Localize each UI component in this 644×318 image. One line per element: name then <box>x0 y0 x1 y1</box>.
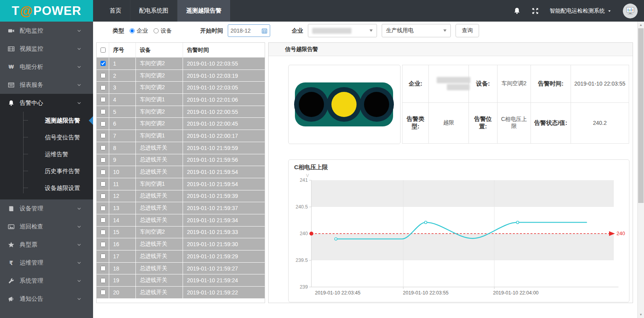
row-time: 2019-01-10 21:59:29 <box>183 250 265 262</box>
table-row[interactable]: 7车间空调12019-01-10 22:00:17 <box>97 130 265 142</box>
table-row[interactable]: 12总进线开关2019-01-10 21:59:39 <box>97 190 265 203</box>
row-checkbox[interactable] <box>101 278 106 283</box>
row-checkbox[interactable] <box>101 194 106 199</box>
system-menu[interactable]: 智能配电运检检测系统 <box>550 7 612 15</box>
sidebar-item[interactable]: 巡回检查 <box>0 217 93 236</box>
table-row[interactable]: 9总进线开关2019-01-10 21:59:56 <box>97 154 265 166</box>
table-row[interactable]: 4车间空调12019-01-10 22:01:06 <box>97 94 265 106</box>
table-row[interactable]: 13总进线开关2019-01-10 21:59:37 <box>97 202 265 214</box>
row-checkbox[interactable] <box>101 266 106 271</box>
table-row[interactable]: 8总进线开关2019-01-10 21:59:59 <box>97 142 265 154</box>
table-row[interactable]: 19总进线开关2019-01-10 21:59:24 <box>97 274 265 287</box>
radio-company[interactable]: 企业 <box>130 27 148 35</box>
light-left-ring <box>294 87 328 122</box>
alarm-info-table: 企业: 设备: 车间空调2 告警时间: 2019-01-10 22:03:55 … <box>402 65 629 144</box>
sidebar-subitem[interactable]: 信号变位告警 <box>0 129 93 146</box>
table-row[interactable]: 10总进线开关2019-01-10 21:59:54 <box>97 166 265 178</box>
sidebar-item[interactable]: 报表服务 <box>0 76 93 94</box>
sidebar-item[interactable]: ₩电能分析 <box>0 58 93 76</box>
svg-text:240.5: 240.5 <box>296 204 308 210</box>
nav-tab[interactable]: 首页 <box>101 0 130 22</box>
sidebar-item[interactable]: 告警中心 <box>0 94 93 112</box>
table-row[interactable]: 6车间空调22019-01-10 22:00:45 <box>97 118 265 130</box>
row-checkbox[interactable] <box>101 254 106 259</box>
type-label: 类型 <box>113 27 124 35</box>
radio-device-input[interactable] <box>154 28 159 33</box>
bell-icon[interactable] <box>513 7 521 15</box>
sidebar-item-label: 通知公告 <box>20 295 77 303</box>
start-time-input[interactable]: 2018-12 <box>228 24 270 37</box>
table-row[interactable]: 3车间空调22019-01-10 22:03:05 <box>97 82 265 94</box>
sidebar-item[interactable]: 设备管理 <box>0 199 93 217</box>
row-no: 13 <box>109 202 136 214</box>
table-row[interactable]: 15车间空调22019-01-10 21:59:33 <box>97 227 265 239</box>
table-row[interactable]: 17总进线开关2019-01-10 21:59:29 <box>97 250 265 263</box>
row-checkbox[interactable] <box>101 73 106 78</box>
table-row[interactable]: 16总进线开关2019-01-10 21:59:30 <box>97 238 265 250</box>
sidebar-item[interactable]: 视频监控 <box>0 40 93 58</box>
row-device: 总进线开关 <box>136 214 183 226</box>
sidebar-subitem[interactable]: 设备越限设置 <box>0 179 93 196</box>
start-time-value: 2018-12 <box>231 27 260 34</box>
megaphone-icon <box>8 296 15 302</box>
line-select[interactable]: 生产线用电 <box>382 24 451 37</box>
sidebar-item-label: 电能分析 <box>20 63 77 71</box>
table-row[interactable]: 1车间空调22019-01-10 22:03:55 <box>97 58 265 70</box>
scrollbar-thumb[interactable] <box>638 28 644 203</box>
row-checkbox[interactable] <box>101 85 106 90</box>
table-row[interactable]: 14总进线开关2019-01-10 21:59:34 <box>97 214 265 227</box>
scroll-up-icon[interactable]: ▲ <box>638 23 644 27</box>
col-header-no: 序号 <box>109 43 136 57</box>
row-checkbox-cell <box>97 106 109 118</box>
sidebar: 配电监控视频监控₩电能分析报表服务告警中心遥测越限告警信号变位告警运维告警历史事… <box>0 22 93 318</box>
row-time: 2019-01-10 21:59:33 <box>183 227 265 238</box>
row-checkbox[interactable] <box>101 61 106 66</box>
radio-device[interactable]: 设备 <box>154 27 172 35</box>
chevron-down-icon <box>77 82 82 88</box>
sidebar-subitem[interactable]: 历史事件告警 <box>0 163 93 179</box>
radio-company-input[interactable] <box>130 28 135 33</box>
company-select[interactable] <box>308 24 377 37</box>
sidebar-item[interactable]: 配电监控 <box>0 22 93 40</box>
col-header-time: 告警时间 <box>183 43 265 57</box>
row-device: 车间空调2 <box>136 106 183 118</box>
scroll-down-icon[interactable]: ▼ <box>638 313 644 316</box>
sidebar-item[interactable]: 典型票 <box>0 236 93 254</box>
sidebar-item[interactable]: 通知公告 <box>0 290 93 308</box>
vertical-scrollbar[interactable]: ▲ ▼ <box>637 22 644 318</box>
select-all-checkbox[interactable] <box>101 48 106 53</box>
calendar-icon <box>262 28 267 34</box>
query-button[interactable]: 查询 <box>456 24 479 37</box>
row-checkbox[interactable] <box>101 97 106 102</box>
table-row[interactable]: 18总进线开关2019-01-10 21:59:27 <box>97 263 265 275</box>
nav-tab[interactable]: 遥测越限告警 <box>177 0 230 22</box>
sidebar-subitem[interactable]: 遥测越限告警 <box>0 112 93 129</box>
fullscreen-icon[interactable] <box>532 7 539 15</box>
sidebar-item[interactable]: 系统管理 <box>0 272 93 290</box>
row-checkbox[interactable] <box>101 181 106 186</box>
sidebar-subitem[interactable]: 运维告警 <box>0 146 93 163</box>
caret-down-icon <box>607 9 612 13</box>
row-checkbox[interactable] <box>101 230 106 235</box>
table-row[interactable]: 20总进线开关2019-01-10 21:59:22 <box>97 287 265 299</box>
row-checkbox[interactable] <box>101 206 106 211</box>
picture-icon <box>8 223 15 230</box>
avatar[interactable] <box>623 4 638 18</box>
calendar-icon[interactable] <box>262 28 267 34</box>
row-checkbox[interactable] <box>101 109 106 114</box>
row-checkbox-cell <box>97 250 109 262</box>
row-checkbox[interactable] <box>101 133 106 138</box>
table-row[interactable]: 5车间空调22019-01-10 22:00:55 <box>97 106 265 118</box>
nav-tab[interactable]: 配电系统图 <box>130 0 177 22</box>
table-row[interactable]: 2车间空调22019-01-10 22:03:19 <box>97 70 265 82</box>
sidebar-item[interactable]: ₹运维管理 <box>0 254 93 272</box>
row-time: 2019-01-10 21:59:22 <box>183 287 265 298</box>
row-checkbox[interactable] <box>101 145 106 150</box>
row-checkbox[interactable] <box>101 170 106 175</box>
row-checkbox[interactable] <box>101 290 106 295</box>
table-row[interactable]: 11车间空调12019-01-10 21:59:54 <box>97 178 265 190</box>
row-checkbox[interactable] <box>101 121 106 126</box>
row-checkbox[interactable] <box>101 242 106 247</box>
row-checkbox[interactable] <box>101 217 106 223</box>
row-checkbox[interactable] <box>101 157 106 163</box>
